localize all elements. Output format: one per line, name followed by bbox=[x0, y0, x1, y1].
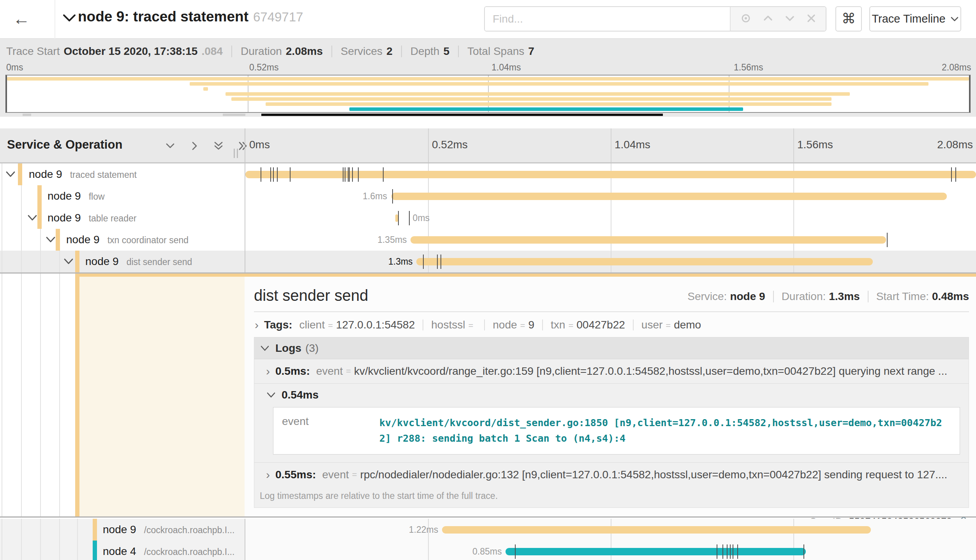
minimap-handle[interactable] bbox=[223, 114, 245, 116]
log-entry-collapsed[interactable]: › 0.5ms: event = kv/kvclient/kvcoord/ran… bbox=[254, 359, 969, 383]
indent-guide bbox=[59, 541, 60, 560]
row-chevron-icon[interactable] bbox=[45, 235, 56, 246]
find-input[interactable] bbox=[485, 7, 730, 31]
span-operation: table reader bbox=[89, 213, 137, 223]
indent-guide bbox=[59, 251, 60, 272]
logs-section: Logs (3) › 0.5ms: event = kv/kvclient/kv… bbox=[254, 337, 969, 508]
log-event-tick bbox=[423, 255, 424, 269]
trace-view-selector[interactable]: Trace Timeline bbox=[869, 6, 961, 32]
log-entry-collapsed[interactable]: › 0.55ms: event = rpc/nodedialer/nodedia… bbox=[254, 463, 969, 487]
tag: client=127.0.0.1:54582 bbox=[299, 319, 415, 331]
span-service: node 9dist sender send bbox=[85, 251, 192, 273]
span-operation: /cockroach.roachpb.I... bbox=[144, 547, 235, 557]
trace-id: 6749717 bbox=[253, 10, 303, 24]
minimap-span-bar bbox=[190, 82, 928, 86]
log-event-tick bbox=[261, 167, 261, 182]
column-resize-handle[interactable] bbox=[234, 149, 238, 158]
indent-guide bbox=[2, 519, 2, 541]
span-duration-label: 1.22ms bbox=[409, 519, 438, 541]
tag: node=9 bbox=[493, 319, 534, 331]
log-event-tick bbox=[358, 167, 359, 182]
locate-icon[interactable] bbox=[740, 12, 752, 26]
log-event-tick bbox=[730, 544, 731, 559]
span-row-dist-sender-send-selected[interactable]: node 9dist sender send 1.3ms bbox=[0, 251, 976, 272]
keyboard-shortcuts-button[interactable]: ⌘ bbox=[835, 6, 862, 32]
minimap-handle[interactable] bbox=[23, 114, 31, 116]
span-duration-label: 1.35ms bbox=[377, 229, 407, 251]
indent-guide bbox=[40, 519, 41, 541]
span-operation: /cockroach.roachpb.I... bbox=[144, 525, 235, 535]
span-color-strip bbox=[75, 251, 79, 272]
tags-row[interactable]: › Tags: client=127.0.0.1:54582 hostssl= … bbox=[254, 312, 969, 337]
log-event-tick bbox=[737, 544, 738, 559]
span-bar[interactable] bbox=[442, 526, 871, 534]
indent-guide bbox=[2, 163, 2, 185]
collapse-all-icon[interactable] bbox=[212, 139, 225, 153]
minimap-span-bar bbox=[7, 77, 969, 81]
span-row-txn-coordinator-send[interactable]: node 9txn coordinator send 1.35ms bbox=[0, 229, 976, 251]
log-event-tick bbox=[887, 233, 888, 247]
detail-left-rail bbox=[0, 274, 245, 516]
span-bar[interactable] bbox=[395, 214, 398, 222]
span-bar[interactable] bbox=[506, 548, 806, 555]
span-row-roachpb-node4[interactable]: node 4/cockroach.roachpb.I... 0.85ms bbox=[0, 541, 976, 560]
span-duration-label: 0ms bbox=[413, 207, 430, 229]
span-bar[interactable] bbox=[245, 171, 976, 178]
span-row-roachpb-node9[interactable]: node 9/cockroach.roachpb.I... 1.22ms bbox=[0, 519, 976, 541]
timeline-minimap[interactable] bbox=[5, 75, 971, 113]
indent-guide bbox=[2, 541, 2, 560]
logs-header[interactable]: Logs (3) bbox=[254, 337, 969, 359]
clear-find-icon[interactable] bbox=[806, 13, 817, 25]
indent-guide bbox=[2, 229, 2, 251]
service-operation-header: Service & Operation bbox=[7, 138, 122, 152]
collapse-chevron-icon[interactable] bbox=[266, 388, 276, 402]
page-title: node 9: traced statement6749717 bbox=[78, 9, 303, 25]
indent-guide bbox=[21, 519, 22, 541]
indent-guide bbox=[21, 185, 22, 207]
log-field-key: event bbox=[282, 415, 379, 446]
minimap-span-bar bbox=[226, 92, 850, 96]
span-color-strip bbox=[37, 185, 42, 207]
back-button[interactable]: ← bbox=[9, 7, 34, 32]
log-event-tick bbox=[515, 544, 516, 559]
log-event-tick bbox=[383, 167, 384, 182]
span-service: node 9table reader bbox=[48, 207, 136, 229]
indent-guide bbox=[77, 519, 78, 541]
collapse-one-icon[interactable] bbox=[164, 139, 177, 153]
indent-guide bbox=[21, 207, 22, 229]
expand-chevron-icon[interactable]: › bbox=[266, 365, 270, 378]
find-box bbox=[484, 6, 826, 32]
span-bar[interactable] bbox=[416, 258, 873, 265]
logs-title: Logs bbox=[275, 342, 301, 355]
row-chevron-icon[interactable] bbox=[26, 213, 38, 224]
span-duration-label: 1.3ms bbox=[388, 251, 413, 272]
trace-services: Services2 bbox=[341, 45, 393, 58]
row-chevron-icon[interactable] bbox=[5, 170, 16, 181]
minimap-tick-labels: 0ms 0.52ms 1.04ms 1.56ms 2.08ms bbox=[0, 62, 976, 74]
row-chevron-icon[interactable] bbox=[63, 257, 74, 268]
indent-guide bbox=[59, 274, 60, 516]
next-result-icon[interactable] bbox=[784, 12, 796, 26]
minimap-span-bar bbox=[349, 107, 743, 111]
log-event-tick bbox=[392, 189, 393, 204]
minimap-scrollbar[interactable] bbox=[261, 114, 663, 116]
span-bar[interactable] bbox=[410, 236, 886, 244]
expand-one-icon[interactable] bbox=[188, 139, 201, 153]
expand-chevron-icon[interactable]: › bbox=[266, 468, 270, 481]
log-event-tick bbox=[345, 167, 345, 182]
span-color-strip bbox=[93, 519, 97, 541]
expand-chevron-icon[interactable]: › bbox=[255, 318, 259, 332]
log-event-tick bbox=[343, 167, 344, 182]
log-entry-header[interactable]: 0.54ms bbox=[254, 384, 969, 406]
span-row-flow[interactable]: node 9flow 1.6ms bbox=[0, 185, 976, 207]
log-event-tick bbox=[733, 544, 733, 559]
span-row-traced-statement[interactable]: node 9traced statement bbox=[0, 163, 976, 185]
span-bar[interactable] bbox=[391, 193, 947, 200]
trace-collapse-chevron-icon[interactable] bbox=[62, 12, 77, 25]
span-row-table-reader[interactable]: node 9table reader 0ms bbox=[0, 207, 976, 229]
log-event-tick bbox=[349, 167, 350, 182]
span-service: node 9/cockroach.roachpb.I... bbox=[103, 519, 234, 541]
trace-name: node 9: traced statement bbox=[78, 9, 248, 25]
collapse-chevron-icon[interactable] bbox=[260, 342, 270, 355]
prev-result-icon[interactable] bbox=[762, 12, 774, 26]
